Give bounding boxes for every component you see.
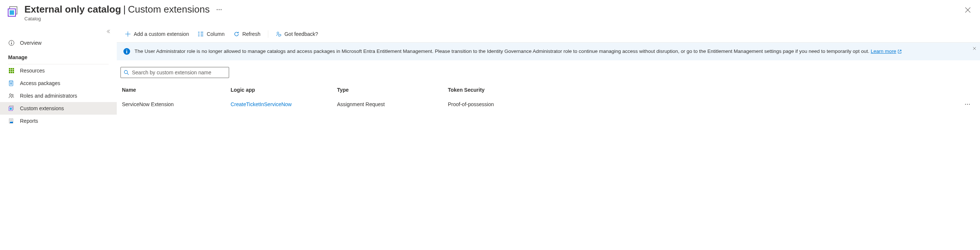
extensions-table: Name Logic app Type Token Security Servi… — [117, 84, 980, 111]
content-area: Add a custom extension Column R — [117, 26, 980, 250]
banner-close-button[interactable] — [973, 46, 976, 52]
extension-icon — [8, 105, 15, 112]
page-title-section: Custom extensions — [128, 4, 210, 15]
svg-rect-13 — [13, 72, 14, 73]
search-box[interactable] — [121, 67, 229, 78]
add-extension-button[interactable]: Add a custom extension — [121, 29, 193, 39]
feedback-button[interactable]: Got feedback? — [271, 29, 323, 39]
svg-rect-7 — [13, 68, 14, 70]
page-subtitle: Catalog — [24, 16, 223, 21]
svg-rect-11 — [9, 72, 10, 73]
table-row[interactable]: ServiceNow Extension CreateTicketInServi… — [121, 97, 976, 111]
toolbar: Add a custom extension Column R — [117, 26, 980, 43]
column-button[interactable]: Column — [193, 29, 229, 39]
page-title-bold: External only catalog — [24, 4, 121, 15]
info-banner: The User Administrator role is no longer… — [117, 43, 980, 60]
svg-rect-24 — [126, 51, 127, 53]
page-title: External only catalog | Custom extension… — [24, 4, 223, 15]
col-header-name[interactable]: Name — [121, 87, 231, 93]
toolbar-label: Add a custom extension — [134, 31, 189, 37]
svg-point-4 — [11, 41, 12, 42]
catalog-icon — [7, 6, 19, 18]
sidebar-item-roles[interactable]: Roles and administrators — [0, 89, 117, 102]
sidebar: Overview Manage — [0, 26, 117, 250]
roles-icon — [8, 92, 15, 99]
svg-rect-12 — [11, 72, 12, 73]
svg-rect-8 — [9, 70, 10, 72]
sidebar-item-label: Access packages — [20, 80, 60, 86]
sidebar-item-resources[interactable]: Resources — [0, 64, 117, 77]
col-header-type[interactable]: Type — [337, 87, 448, 93]
cell-name: ServiceNow Extension — [121, 101, 231, 107]
column-icon — [198, 31, 204, 37]
plus-icon — [125, 31, 131, 37]
svg-rect-18 — [10, 108, 12, 110]
svg-point-14 — [10, 94, 11, 96]
svg-point-21 — [277, 32, 278, 34]
info-icon — [8, 40, 15, 46]
search-icon — [124, 70, 129, 75]
sidebar-item-label: Resources — [20, 68, 45, 73]
cell-logic-app-link[interactable]: CreateTicketInServiceNow — [231, 101, 337, 107]
sidebar-item-custom-extensions[interactable]: Custom extensions — [0, 102, 117, 115]
toolbar-label: Refresh — [242, 31, 261, 37]
feedback-icon — [276, 31, 282, 37]
cell-type: Assignment Request — [337, 101, 448, 107]
reports-icon — [8, 118, 15, 124]
toolbar-label: Column — [207, 31, 224, 37]
table-header: Name Logic app Type Token Security — [121, 84, 976, 97]
svg-point-25 — [124, 71, 127, 74]
refresh-icon — [234, 31, 239, 37]
svg-point-23 — [126, 49, 127, 50]
svg-point-15 — [12, 94, 13, 96]
sidebar-item-reports[interactable]: Reports — [0, 115, 117, 127]
more-actions-button[interactable]: ⋯ — [216, 6, 223, 13]
svg-rect-10 — [13, 70, 14, 72]
sidebar-section-manage: Manage — [0, 49, 117, 62]
col-header-logic[interactable]: Logic app — [231, 87, 337, 93]
package-icon — [8, 80, 15, 86]
sidebar-item-overview[interactable]: Overview — [0, 37, 117, 49]
learn-more-link[interactable]: Learn more — [870, 48, 902, 55]
sidebar-collapse-button[interactable] — [0, 29, 117, 37]
sidebar-item-label: Reports — [20, 118, 38, 124]
info-icon — [123, 48, 130, 55]
close-button[interactable] — [964, 6, 972, 14]
svg-rect-20 — [10, 122, 13, 123]
sidebar-item-label: Custom extensions — [20, 105, 64, 111]
cell-token: Proof-of-possession — [448, 101, 958, 107]
info-banner-text: The User Administrator role is no longer… — [135, 48, 913, 55]
sidebar-item-label: Overview — [20, 40, 41, 46]
svg-rect-9 — [11, 70, 12, 72]
svg-rect-6 — [11, 68, 12, 70]
col-header-token[interactable]: Token Security — [448, 87, 958, 93]
external-link-icon — [897, 49, 902, 54]
resources-icon — [8, 67, 15, 74]
sidebar-item-access-packages[interactable]: Access packages — [0, 77, 117, 89]
sidebar-item-label: Roles and administrators — [20, 93, 77, 99]
svg-rect-5 — [9, 68, 10, 70]
page-header: External only catalog | Custom extension… — [0, 0, 980, 26]
toolbar-label: Got feedback? — [285, 31, 318, 37]
row-actions-button[interactable]: ⋯ — [964, 101, 971, 107]
search-input[interactable] — [132, 70, 226, 75]
refresh-button[interactable]: Refresh — [229, 29, 265, 39]
svg-rect-2 — [10, 10, 14, 15]
